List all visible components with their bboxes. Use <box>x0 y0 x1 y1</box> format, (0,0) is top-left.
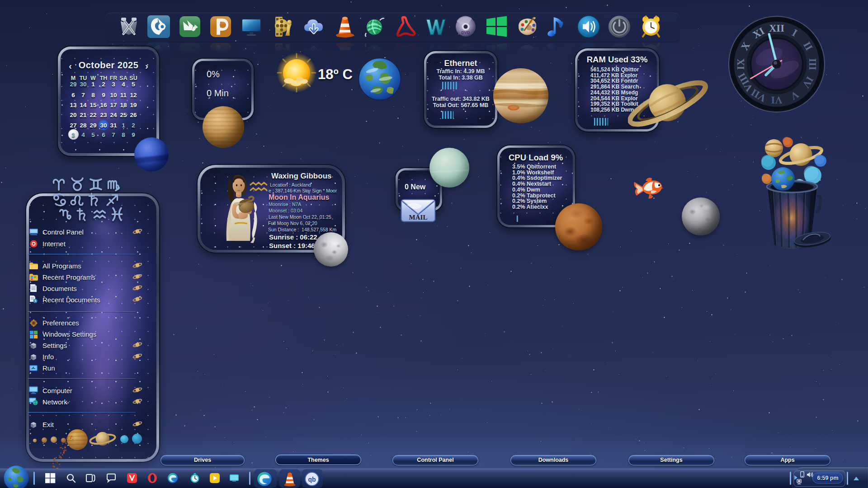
svg-text:III: III <box>807 58 818 70</box>
svg-text:IX: IX <box>735 58 746 70</box>
svg-text:qb: qb <box>308 476 316 483</box>
svg-text:VI: VI <box>771 94 782 106</box>
svg-text:MAIL: MAIL <box>409 214 428 221</box>
svg-text:XII: XII <box>769 23 784 34</box>
svg-text:DVD: DVD <box>461 30 470 35</box>
